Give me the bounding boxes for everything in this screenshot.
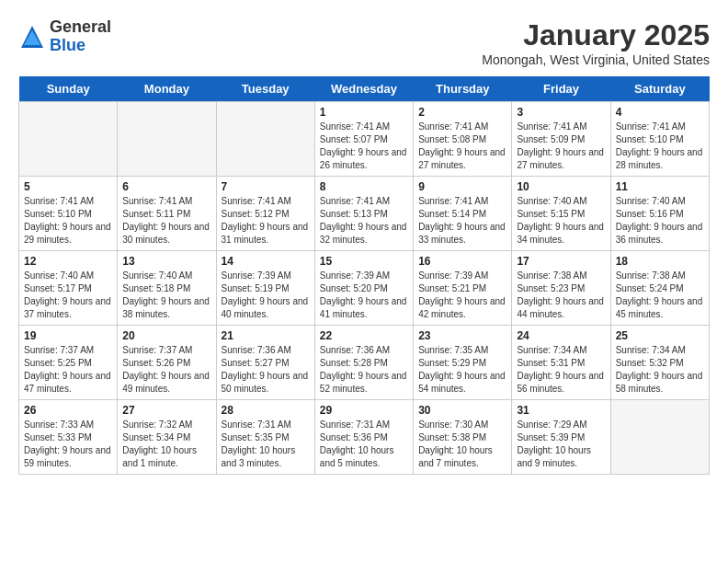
week-row-3: 12Sunrise: 7:40 AM Sunset: 5:17 PM Dayli…: [19, 251, 710, 326]
calendar-cell: 4Sunrise: 7:41 AM Sunset: 5:10 PM Daylig…: [610, 102, 709, 177]
header-day-thursday: Thursday: [414, 76, 512, 102]
day-number: 21: [222, 329, 310, 342]
header-day-saturday: Saturday: [610, 76, 709, 102]
day-number: 23: [418, 329, 506, 342]
day-number: 3: [517, 106, 605, 119]
day-number: 29: [320, 404, 408, 417]
day-info: Sunrise: 7:41 AM Sunset: 5:10 PM Dayligh…: [24, 195, 112, 247]
calendar-cell: 24Sunrise: 7:34 AM Sunset: 5:31 PM Dayli…: [512, 326, 610, 400]
day-info: Sunrise: 7:35 AM Sunset: 5:29 PM Dayligh…: [418, 344, 506, 396]
calendar-cell: 14Sunrise: 7:39 AM Sunset: 5:19 PM Dayli…: [216, 251, 314, 326]
day-number: 25: [616, 329, 704, 342]
logo-icon: [18, 23, 46, 51]
day-info: Sunrise: 7:41 AM Sunset: 5:07 PM Dayligh…: [320, 121, 408, 172]
calendar-cell: 18Sunrise: 7:38 AM Sunset: 5:24 PM Dayli…: [610, 251, 709, 326]
day-number: 19: [24, 329, 112, 342]
calendar-cell: 23Sunrise: 7:35 AM Sunset: 5:29 PM Dayli…: [414, 326, 512, 400]
day-info: Sunrise: 7:41 AM Sunset: 5:08 PM Dayligh…: [418, 121, 506, 172]
day-number: 24: [517, 329, 605, 342]
day-number: 16: [418, 255, 506, 268]
week-row-1: 1Sunrise: 7:41 AM Sunset: 5:07 PM Daylig…: [19, 102, 710, 177]
calendar-cell: 12Sunrise: 7:40 AM Sunset: 5:17 PM Dayli…: [19, 251, 118, 326]
calendar-cell: [610, 400, 709, 475]
day-number: 31: [517, 404, 605, 417]
day-info: Sunrise: 7:41 AM Sunset: 5:11 PM Dayligh…: [122, 195, 210, 247]
day-number: 12: [24, 255, 112, 268]
day-info: Sunrise: 7:38 AM Sunset: 5:23 PM Dayligh…: [517, 270, 605, 321]
day-info: Sunrise: 7:37 AM Sunset: 5:26 PM Dayligh…: [122, 344, 210, 396]
day-info: Sunrise: 7:39 AM Sunset: 5:20 PM Dayligh…: [320, 270, 408, 321]
calendar-cell: 30Sunrise: 7:30 AM Sunset: 5:38 PM Dayli…: [414, 400, 512, 475]
calendar-cell: 13Sunrise: 7:40 AM Sunset: 5:18 PM Dayli…: [118, 251, 216, 326]
header: General Blue January 2025 Monongah, West…: [18, 18, 710, 67]
day-info: Sunrise: 7:41 AM Sunset: 5:10 PM Dayligh…: [616, 121, 704, 172]
calendar-cell: 25Sunrise: 7:34 AM Sunset: 5:32 PM Dayli…: [610, 326, 709, 400]
header-row: SundayMondayTuesdayWednesdayThursdayFrid…: [19, 76, 710, 102]
day-number: 5: [24, 180, 112, 193]
day-number: 15: [320, 255, 408, 268]
calendar-cell: 1Sunrise: 7:41 AM Sunset: 5:07 PM Daylig…: [314, 102, 413, 177]
day-number: 7: [222, 180, 310, 193]
calendar-cell: 31Sunrise: 7:29 AM Sunset: 5:39 PM Dayli…: [512, 400, 610, 475]
week-row-4: 19Sunrise: 7:37 AM Sunset: 5:25 PM Dayli…: [19, 326, 710, 400]
day-info: Sunrise: 7:41 AM Sunset: 5:13 PM Dayligh…: [320, 195, 408, 247]
day-number: 18: [616, 255, 704, 268]
calendar-cell: 19Sunrise: 7:37 AM Sunset: 5:25 PM Dayli…: [19, 326, 118, 400]
day-number: 27: [122, 404, 210, 417]
day-info: Sunrise: 7:39 AM Sunset: 5:21 PM Dayligh…: [418, 270, 506, 321]
week-row-2: 5Sunrise: 7:41 AM Sunset: 5:10 PM Daylig…: [19, 177, 710, 251]
day-number: 2: [418, 106, 506, 119]
day-number: 4: [616, 106, 704, 119]
day-info: Sunrise: 7:32 AM Sunset: 5:34 PM Dayligh…: [122, 419, 210, 470]
day-info: Sunrise: 7:36 AM Sunset: 5:28 PM Dayligh…: [320, 344, 408, 396]
day-number: 1: [320, 106, 408, 119]
header-day-tuesday: Tuesday: [216, 76, 314, 102]
calendar-cell: 7Sunrise: 7:41 AM Sunset: 5:12 PM Daylig…: [216, 177, 314, 251]
logo-blue-label: Blue: [50, 37, 111, 55]
day-info: Sunrise: 7:40 AM Sunset: 5:16 PM Dayligh…: [616, 195, 704, 247]
day-info: Sunrise: 7:37 AM Sunset: 5:25 PM Dayligh…: [24, 344, 112, 396]
calendar-cell: 6Sunrise: 7:41 AM Sunset: 5:11 PM Daylig…: [118, 177, 216, 251]
day-number: 10: [517, 180, 605, 193]
week-row-5: 26Sunrise: 7:33 AM Sunset: 5:33 PM Dayli…: [19, 400, 710, 475]
calendar-cell: 3Sunrise: 7:41 AM Sunset: 5:09 PM Daylig…: [512, 102, 610, 177]
day-number: 9: [418, 180, 506, 193]
calendar-cell: 10Sunrise: 7:40 AM Sunset: 5:15 PM Dayli…: [512, 177, 610, 251]
header-day-friday: Friday: [512, 76, 610, 102]
day-info: Sunrise: 7:31 AM Sunset: 5:35 PM Dayligh…: [222, 419, 310, 470]
logo-general-label: General: [50, 18, 111, 37]
day-info: Sunrise: 7:34 AM Sunset: 5:31 PM Dayligh…: [517, 344, 605, 396]
calendar-cell: 20Sunrise: 7:37 AM Sunset: 5:26 PM Dayli…: [118, 326, 216, 400]
day-number: 22: [320, 329, 408, 342]
day-info: Sunrise: 7:33 AM Sunset: 5:33 PM Dayligh…: [24, 419, 112, 470]
calendar-cell: 2Sunrise: 7:41 AM Sunset: 5:08 PM Daylig…: [414, 102, 512, 177]
day-info: Sunrise: 7:40 AM Sunset: 5:18 PM Dayligh…: [122, 270, 210, 321]
calendar-cell: [19, 102, 118, 177]
header-day-monday: Monday: [118, 76, 216, 102]
day-number: 11: [616, 180, 704, 193]
day-number: 20: [122, 329, 210, 342]
calendar-cell: 27Sunrise: 7:32 AM Sunset: 5:34 PM Dayli…: [118, 400, 216, 475]
day-info: Sunrise: 7:31 AM Sunset: 5:36 PM Dayligh…: [320, 419, 408, 470]
day-info: Sunrise: 7:41 AM Sunset: 5:14 PM Dayligh…: [418, 195, 506, 247]
calendar-cell: [216, 102, 314, 177]
day-info: Sunrise: 7:40 AM Sunset: 5:17 PM Dayligh…: [24, 270, 112, 321]
day-info: Sunrise: 7:34 AM Sunset: 5:32 PM Dayligh…: [616, 344, 704, 396]
day-info: Sunrise: 7:29 AM Sunset: 5:39 PM Dayligh…: [517, 419, 605, 470]
calendar-table: SundayMondayTuesdayWednesdayThursdayFrid…: [18, 76, 710, 475]
day-number: 14: [222, 255, 310, 268]
day-number: 8: [320, 180, 408, 193]
calendar-cell: 5Sunrise: 7:41 AM Sunset: 5:10 PM Daylig…: [19, 177, 118, 251]
day-info: Sunrise: 7:30 AM Sunset: 5:38 PM Dayligh…: [418, 419, 506, 470]
sub-title: Monongah, West Virginia, United States: [482, 52, 710, 67]
calendar-cell: 16Sunrise: 7:39 AM Sunset: 5:21 PM Dayli…: [414, 251, 512, 326]
day-info: Sunrise: 7:38 AM Sunset: 5:24 PM Dayligh…: [616, 270, 704, 321]
day-number: 6: [122, 180, 210, 193]
calendar-cell: 11Sunrise: 7:40 AM Sunset: 5:16 PM Dayli…: [610, 177, 709, 251]
day-info: Sunrise: 7:36 AM Sunset: 5:27 PM Dayligh…: [222, 344, 310, 396]
day-number: 28: [222, 404, 310, 417]
day-number: 30: [418, 404, 506, 417]
calendar-cell: 28Sunrise: 7:31 AM Sunset: 5:35 PM Dayli…: [216, 400, 314, 475]
calendar-cell: 8Sunrise: 7:41 AM Sunset: 5:13 PM Daylig…: [314, 177, 413, 251]
day-number: 13: [122, 255, 210, 268]
